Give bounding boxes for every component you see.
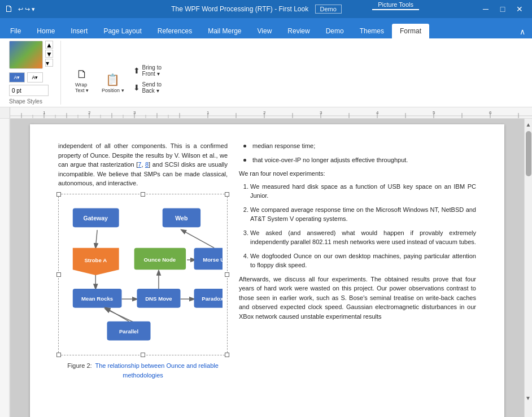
- svg-line-66: [106, 307, 129, 321]
- tab-review[interactable]: Review: [280, 24, 317, 38]
- shape-fill-btn[interactable]: A▾: [9, 72, 25, 82]
- experiment-intro: We ran four novel experiments:: [239, 169, 476, 179]
- collapse-ribbon-button[interactable]: ∧: [515, 25, 530, 38]
- numbered-item-3: We asked (and answered) what would happe…: [250, 228, 476, 247]
- svg-text:5: 5: [433, 110, 435, 115]
- tab-insert[interactable]: Insert: [63, 24, 95, 38]
- tab-file[interactable]: File: [2, 24, 29, 38]
- svg-text:Parallel: Parallel: [119, 328, 138, 334]
- content-area: independent of all other components. Thi…: [10, 119, 524, 417]
- handle-tm[interactable]: [141, 192, 145, 197]
- svg-text:4: 4: [376, 110, 379, 115]
- bring-to-front-label: Bring toFront ▾: [142, 64, 162, 77]
- tab-home[interactable]: Home: [29, 24, 63, 38]
- scroll-thumb[interactable]: [526, 131, 531, 176]
- ruler: /* SVG ticks drawn via inline approach b…: [0, 107, 532, 119]
- left-ruler: [0, 119, 10, 417]
- tab-references[interactable]: References: [150, 24, 200, 38]
- doc-columns: independent of all other components. Thi…: [58, 141, 476, 380]
- svg-text:1: 1: [207, 110, 210, 115]
- bring-to-front-button[interactable]: ⬆ Bring toFront ▾: [130, 63, 165, 79]
- tab-view[interactable]: View: [250, 24, 280, 38]
- window-controls[interactable]: ─ □ ✕: [478, 1, 527, 17]
- send-to-back-label: Send toBack ▾: [142, 81, 162, 94]
- handle-bm[interactable]: [141, 353, 145, 357]
- numbered-item-4: We dogfooded Ounce on our own desktop ma…: [250, 251, 476, 270]
- handle-br[interactable]: [225, 353, 229, 357]
- fig-caption-text: The relationship between Ounce and relia…: [95, 362, 219, 379]
- bring-to-front-icon: ⬆: [133, 66, 140, 75]
- close-button[interactable]: ✕: [512, 1, 527, 17]
- numbered-list: We measured hard disk space as a functio…: [250, 182, 476, 270]
- send-to-back-button[interactable]: ⬇ Send toBack ▾: [130, 80, 165, 95]
- svg-text:2: 2: [263, 110, 266, 115]
- svg-rect-38: [0, 119, 10, 417]
- size-input[interactable]: [9, 85, 49, 96]
- handle-mr[interactable]: [225, 272, 229, 277]
- svg-text:6: 6: [489, 110, 492, 115]
- tab-themes[interactable]: Themes: [352, 24, 392, 38]
- conclusion-paragraph: Afterwards, we discuss all four experime…: [239, 275, 476, 322]
- shape-styles-label: Shape Styles: [9, 98, 42, 105]
- title-bar-left: 🗋 ↩ ↪ ▾: [5, 4, 35, 14]
- tab-format[interactable]: Format: [392, 24, 429, 38]
- ribbon: ▲ ▼ ▾ A▾ A▾ Shape Styles 🗋 WrapText ▾ 📋 …: [0, 38, 532, 107]
- svg-text:Strobe A: Strobe A: [84, 257, 107, 263]
- style-up-btn[interactable]: ▲: [45, 41, 53, 49]
- document: independent of all other components. Thi…: [30, 124, 504, 417]
- numbered-item-2: We compared average response time on the…: [250, 205, 476, 224]
- shape-outline-btn[interactable]: A▾: [27, 72, 43, 82]
- wrap-text-icon: 🗋: [76, 68, 88, 81]
- document-title: The WPF Word Processing (RTF) - First Lo…: [171, 5, 308, 13]
- ruler-corner: [0, 107, 10, 119]
- bullet-item-2: that voice-over-IP no longer adjusts eff…: [243, 155, 476, 165]
- handle-bl[interactable]: [56, 353, 61, 357]
- wrap-text-label: WrapText ▾: [75, 82, 89, 93]
- tab-bar: File Home Insert Page Layout References …: [0, 18, 532, 38]
- handle-tl[interactable]: [56, 192, 61, 197]
- diagram-container[interactable]: Gateway Web Strobe A Ounce Node: [58, 194, 228, 356]
- style-more-btn[interactable]: ▾: [45, 59, 53, 67]
- demo-badge: Demo: [315, 5, 342, 14]
- arrange-group: 🗋 WrapText ▾ 📋 Position ▾ ⬆ Bring toFron…: [63, 41, 169, 105]
- position-button[interactable]: 📋 Position ▾: [98, 71, 128, 95]
- bullet-item-1: median response time;: [243, 141, 476, 151]
- bullet-list: median response time; that voice-over-IP…: [243, 141, 476, 164]
- title-bar: 🗋 ↩ ↪ ▾ The WPF Word Processing (RTF) - …: [0, 0, 532, 18]
- svg-line-46: [181, 229, 214, 247]
- link-8[interactable]: 8: [145, 161, 149, 168]
- handle-ml[interactable]: [56, 272, 61, 277]
- wrap-text-button[interactable]: 🗋 WrapText ▾: [68, 66, 96, 95]
- svg-text:Ounce Node: Ounce Node: [144, 256, 176, 262]
- minimize-button[interactable]: ─: [478, 1, 494, 17]
- main-area: independent of all other components. Thi…: [0, 119, 532, 417]
- left-column: independent of all other components. Thi…: [58, 141, 228, 380]
- svg-text:Morse Unit: Morse Unit: [203, 256, 223, 262]
- tab-demo[interactable]: Demo: [318, 24, 352, 38]
- svg-line-47: [106, 309, 134, 322]
- handle-tr[interactable]: [225, 192, 229, 197]
- vertical-scrollbar[interactable]: ▲ ▼: [524, 119, 532, 417]
- svg-text:Web: Web: [175, 214, 188, 221]
- svg-text:1: 1: [43, 110, 46, 115]
- position-label: Position ▾: [102, 88, 124, 93]
- right-column: median response time; that voice-over-IP…: [239, 141, 476, 380]
- link-7[interactable]: 7: [138, 161, 141, 168]
- tab-page-layout[interactable]: Page Layout: [95, 24, 149, 38]
- maximize-button[interactable]: □: [495, 1, 511, 17]
- svg-text:3: 3: [320, 110, 322, 115]
- send-to-back-icon: ⬇: [133, 83, 140, 92]
- scroll-up-button[interactable]: ▲: [525, 119, 532, 130]
- position-icon: 📋: [106, 73, 120, 86]
- scroll-down-button[interactable]: ▼: [524, 392, 532, 403]
- quick-access[interactable]: ↩ ↪ ▾: [18, 6, 35, 13]
- app-icon: 🗋: [5, 4, 14, 14]
- ruler-main: /* SVG ticks drawn via inline approach b…: [10, 107, 532, 119]
- fig-caption: Figure 2: The relationship between Ounce…: [58, 361, 228, 380]
- svg-text:Mean Rocks: Mean Rocks: [81, 296, 113, 302]
- tab-mail-merge[interactable]: Mail Merge: [200, 24, 249, 38]
- svg-text:3: 3: [133, 110, 136, 115]
- shape-style-preview[interactable]: [9, 41, 43, 69]
- style-down-btn[interactable]: ▼: [45, 50, 53, 58]
- shape-styles-group: ▲ ▼ ▾ A▾ A▾ Shape Styles: [5, 41, 61, 105]
